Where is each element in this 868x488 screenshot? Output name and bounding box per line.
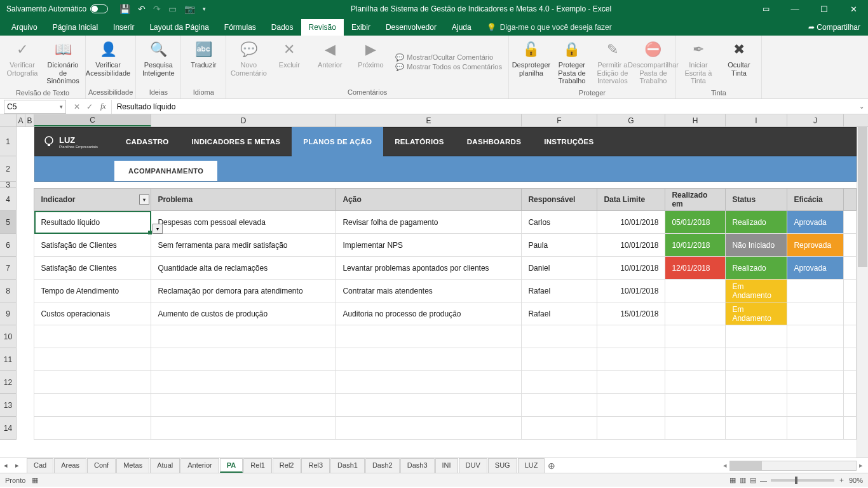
row-header-7[interactable]: 7	[0, 257, 16, 280]
formula-input[interactable]: Resultado líquido	[111, 100, 855, 114]
ribbon-display-icon[interactable]: ▭	[751, 4, 780, 13]
table-cell[interactable]	[34, 417, 151, 439]
zoom-slider[interactable]	[771, 479, 834, 482]
row-header-5[interactable]: 5	[0, 211, 16, 234]
col-header-J[interactable]: J	[787, 114, 844, 126]
hscroll-thumb[interactable]	[730, 461, 762, 470]
table-cell[interactable]: Realizado	[726, 257, 787, 279]
ribbon-tab-dados[interactable]: Dados	[264, 19, 301, 36]
table-cell[interactable]	[522, 325, 597, 348]
table-cell[interactable]	[787, 302, 844, 325]
nav-instruções[interactable]: INSTRUÇÕES	[532, 127, 605, 156]
minimize-button[interactable]: —	[780, 0, 810, 18]
table-cell[interactable]: Aprovada	[787, 257, 844, 279]
ribbon-verificar-acessibilidade[interactable]: 👤Verificar Acessibilidade	[88, 37, 128, 87]
table-cell[interactable]	[522, 348, 597, 370]
table-cell[interactable]: Rafael	[522, 280, 597, 302]
row-header-11[interactable]: 11	[0, 348, 16, 371]
table-cell[interactable]: 05/01/2018	[665, 211, 726, 233]
col-header-D[interactable]: D	[151, 114, 336, 126]
table-cell[interactable]	[787, 394, 844, 416]
col-header-B[interactable]: B	[25, 114, 34, 126]
sheet-tab-conf[interactable]: Conf	[87, 458, 116, 473]
table-cell[interactable]: Despesas com pessoal elevada	[151, 211, 336, 233]
table-cell[interactable]	[787, 417, 844, 439]
page-layout-view-icon[interactable]: ▥	[740, 476, 746, 484]
share-button[interactable]: ➦ Compartilhar	[801, 19, 868, 36]
save-icon[interactable]: 💾	[119, 4, 130, 14]
tell-me-search[interactable]: 💡Diga-me o que você deseja fazer	[479, 19, 801, 36]
table-cell[interactable]: Satisfação de Clientes	[34, 234, 151, 256]
ribbon-dicionário-de-sinônimos[interactable]: 📖Dicionário de Sinônimos	[43, 37, 83, 88]
table-header-responsável[interactable]: Responsável	[522, 189, 597, 210]
scrollbar-thumb[interactable]	[858, 127, 867, 267]
table-cell[interactable]	[726, 417, 787, 439]
table-cell[interactable]	[787, 280, 844, 302]
table-cell[interactable]: Em Andamento	[726, 302, 787, 325]
nav-relatórios[interactable]: RELATÓRIOS	[383, 127, 456, 156]
page-break-view-icon[interactable]: ▤	[750, 476, 756, 484]
table-cell[interactable]: Aprovada	[787, 211, 844, 233]
tab-nav-first[interactable]: ◂	[0, 461, 11, 470]
sheet-tab-areas[interactable]: Areas	[54, 458, 86, 473]
undo-icon[interactable]: ↶	[138, 4, 146, 14]
table-cell[interactable]: Reclamação por demora para atendimento	[151, 280, 336, 302]
spreadsheet-grid[interactable]: ABCDEFGHIJ 1234567891011121314 LUZPlanil…	[0, 114, 868, 458]
table-cell[interactable]	[336, 394, 522, 416]
row-header-1[interactable]: 1	[0, 127, 16, 156]
select-all-corner[interactable]	[0, 114, 17, 126]
table-cell[interactable]: 10/01/2018	[597, 211, 665, 233]
table-cell[interactable]	[597, 417, 665, 439]
table-header-realizado-em[interactable]: Realizado em	[665, 189, 726, 210]
table-cell[interactable]	[665, 394, 726, 416]
sheet-tab-atual[interactable]: Atual	[150, 458, 180, 473]
sheet-tab-sug[interactable]: SUG	[488, 458, 517, 473]
table-cell[interactable]: Paula	[522, 234, 597, 256]
filter-icon[interactable]: ▾	[139, 194, 149, 205]
table-cell[interactable]: 10/01/2018	[665, 234, 726, 256]
nav-indicadores-e-metas[interactable]: INDICADORES E METAS	[180, 127, 292, 156]
close-button[interactable]: ✕	[839, 0, 868, 18]
touch-icon[interactable]: ▭	[168, 4, 177, 14]
horizontal-scrollbar[interactable]: ◂ ▸	[558, 461, 868, 471]
row-header-3[interactable]: 3	[0, 182, 16, 188]
table-cell[interactable]	[665, 302, 726, 325]
sheet-tab-rel1[interactable]: Rel1	[243, 458, 272, 473]
sheet-tab-metas[interactable]: Metas	[116, 458, 149, 473]
table-header-indicador[interactable]: Indicador▾	[34, 189, 151, 210]
table-cell[interactable]	[665, 417, 726, 439]
sheet-tab-dash1[interactable]: Dash1	[330, 458, 365, 473]
autosave-toggle[interactable]: Salvamento Automático	[0, 4, 114, 13]
table-cell[interactable]	[665, 348, 726, 370]
ribbon-ocultar-tinta[interactable]: ✖Ocultar Tinta	[719, 37, 759, 88]
table-cell[interactable]	[787, 348, 844, 370]
zoom-out-button[interactable]: —	[760, 477, 767, 484]
table-cell[interactable]	[597, 348, 665, 370]
table-cell[interactable]: 10/01/2018	[597, 234, 665, 256]
table-cell[interactable]: Custos operacionais	[34, 302, 151, 325]
maximize-button[interactable]: ☐	[810, 0, 839, 18]
table-cell[interactable]	[336, 325, 522, 348]
table-cell[interactable]	[151, 325, 336, 348]
ribbon-tab-fórmulas[interactable]: Fórmulas	[217, 19, 264, 36]
table-row[interactable]: Custos operacionaisAumento de custos de …	[34, 302, 857, 325]
vertical-scrollbar[interactable]	[857, 127, 868, 458]
table-row[interactable]	[34, 394, 857, 417]
subtab-acompanhamento[interactable]: ACOMPANHAMENTO	[114, 161, 217, 181]
table-cell[interactable]	[787, 325, 844, 348]
ribbon-tab-ajuda[interactable]: Ajuda	[444, 19, 479, 36]
table-cell[interactable]	[34, 325, 151, 348]
table-cell[interactable]	[151, 371, 336, 393]
table-row[interactable]	[34, 417, 857, 440]
table-cell[interactable]: Implementar NPS	[336, 234, 522, 256]
column-headers[interactable]: ABCDEFGHIJ	[0, 114, 868, 127]
sheet-tab-dash2[interactable]: Dash2	[365, 458, 400, 473]
sheet-tab-pa[interactable]: PA	[220, 458, 243, 473]
ribbon-traduzir[interactable]: 🔤Traduzir	[184, 37, 223, 87]
expand-formula-icon[interactable]: ⌄	[855, 103, 868, 110]
table-cell[interactable]: Realizado	[726, 211, 787, 233]
row-header-8[interactable]: 8	[0, 280, 16, 302]
sheet-tab-cad[interactable]: Cad	[27, 458, 53, 473]
nav-dashboards[interactable]: DASHBOARDS	[456, 127, 532, 156]
col-header-C[interactable]: C	[34, 114, 151, 126]
